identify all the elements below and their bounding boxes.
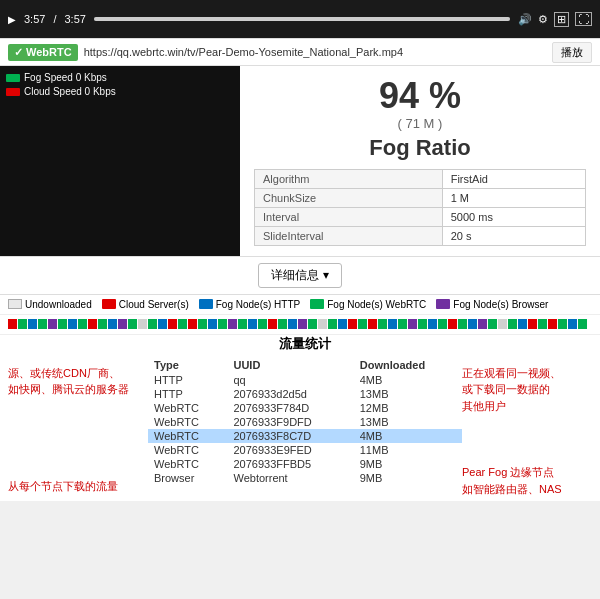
chunk-item: [408, 319, 417, 329]
flow-cell-type: Browser: [148, 471, 227, 485]
video-area: Fog Speed 0 Kbps Cloud Speed 0 Kbps: [0, 66, 240, 256]
chunksize-value: 1 M: [442, 188, 585, 207]
fog-ratio-title: Fog Ratio: [254, 135, 586, 161]
chunk-item: [28, 319, 37, 329]
webrtc-badge-label: ✓ WebRTC: [14, 46, 72, 59]
legend-fog-webrtc: Fog Node(s) WebRTC: [310, 299, 426, 310]
stats-row-interval: Interval 5000 ms: [255, 207, 586, 226]
fullscreen-icon[interactable]: ⛶: [575, 12, 592, 26]
interval-value: 5000 ms: [442, 207, 585, 226]
chunk-item: [378, 319, 387, 329]
chunk-item: [258, 319, 267, 329]
legend-cloud: Cloud Server(s): [102, 299, 189, 310]
col-type: Type: [148, 357, 227, 373]
chunk-bars: [0, 315, 600, 335]
flow-cell-uuid: qq: [227, 373, 353, 387]
chunk-item: [448, 319, 457, 329]
volume-icon[interactable]: 🔊: [518, 13, 532, 26]
flow-cell-type: WebRTC: [148, 401, 227, 415]
percentage-display: 94 %: [254, 76, 586, 116]
flow-cell-downloaded: 9MB: [354, 457, 462, 471]
total-time: 3:57: [64, 13, 85, 25]
flow-cell-type: HTTP: [148, 387, 227, 401]
fog-http-label: Fog Node(s) HTTP: [216, 299, 300, 310]
chunk-item: [508, 319, 517, 329]
flow-table-row: WebRTC2076933F8C7D4MB: [148, 429, 462, 443]
flow-cell-uuid: 2076933FFBD5: [227, 457, 353, 471]
chunk-item: [208, 319, 217, 329]
chunk-item: [478, 319, 487, 329]
chunk-item: [368, 319, 377, 329]
flow-table-row: WebRTC2076933E9FED11MB: [148, 443, 462, 457]
chunk-item: [248, 319, 257, 329]
flow-cell-uuid: 2076933d2d5d: [227, 387, 353, 401]
chunk-item: [348, 319, 357, 329]
cloud-label: Cloud Server(s): [119, 299, 189, 310]
chunk-item: [8, 319, 17, 329]
chunk-item: [578, 319, 587, 329]
chunk-item: [278, 319, 287, 329]
chunk-item: [228, 319, 237, 329]
chunk-item: [288, 319, 297, 329]
flow-cell-type: WebRTC: [148, 457, 227, 471]
annotation-left: 源、或传统CDN厂商、如快网、腾讯云的服务器 从每个节点下载的流量: [8, 335, 148, 498]
chunk-item: [128, 319, 137, 329]
flow-table-row: WebRTC2076933F9DFD13MB: [148, 415, 462, 429]
chunk-item: [138, 319, 147, 329]
main-content: Fog Speed 0 Kbps Cloud Speed 0 Kbps 94 %…: [0, 66, 600, 257]
chunk-item: [458, 319, 467, 329]
stats-table: Algorithm FirstAid ChunkSize 1 M Interva…: [254, 169, 586, 246]
fog-webrtc-swatch: [310, 299, 324, 309]
flow-cell-downloaded: 9MB: [354, 471, 462, 485]
flow-cell-downloaded: 11MB: [354, 443, 462, 457]
col-uuid: UUID: [227, 357, 353, 373]
legend-fog-browser: Fog Node(s) Browser: [436, 299, 548, 310]
cloud-speed-color: [6, 88, 20, 96]
flow-cell-downloaded: 12MB: [354, 401, 462, 415]
stats-row-slideinterval: SlideInterval 20 s: [255, 226, 586, 245]
play-icon[interactable]: ▶: [8, 14, 16, 25]
url-bar: ✓ WebRTC https://qq.webrtc.win/tv/Pear-D…: [0, 38, 600, 66]
flow-cell-type: WebRTC: [148, 429, 227, 443]
settings-icon[interactable]: ⚙: [538, 13, 548, 26]
flow-table: Type UUID Downloaded HTTPqq4MBHTTP207693…: [148, 357, 462, 485]
annotation-right: 正在观看同一视频、或下载同一数据的其他用户 Pear Fog 边缘节点如智能路由…: [462, 335, 592, 498]
chunk-item: [318, 319, 327, 329]
fog-speed-label: Fog Speed 0 Kbps: [24, 72, 107, 83]
chunk-item: [488, 319, 497, 329]
ann-top-left-text: 源、或传统CDN厂商、如快网、腾讯云的服务器: [8, 365, 148, 398]
chunk-item: [118, 319, 127, 329]
chunk-item: [558, 319, 567, 329]
flow-cell-type: WebRTC: [148, 443, 227, 457]
chunk-item: [88, 319, 97, 329]
play-url-button[interactable]: 播放: [552, 42, 592, 63]
algorithm-key: Algorithm: [255, 169, 443, 188]
chunk-item: [358, 319, 367, 329]
progress-bar[interactable]: [94, 17, 510, 21]
chunk-item: [548, 319, 557, 329]
chunk-item: [38, 319, 47, 329]
flow-table-row: HTTP2076933d2d5d13MB: [148, 387, 462, 401]
chunk-item: [168, 319, 177, 329]
pip-icon[interactable]: ⊞: [554, 12, 569, 27]
stats-row-chunksize: ChunkSize 1 M: [255, 188, 586, 207]
flow-cell-downloaded: 4MB: [354, 373, 462, 387]
chunk-item: [298, 319, 307, 329]
slideinterval-value: 20 s: [442, 226, 585, 245]
chunk-item: [78, 319, 87, 329]
chunk-item: [148, 319, 157, 329]
legend-undownloaded: Undownloaded: [8, 299, 92, 310]
flow-cell-downloaded: 13MB: [354, 415, 462, 429]
progress-fill: [94, 17, 510, 21]
fog-speed-color: [6, 74, 20, 82]
chunk-item: [18, 319, 27, 329]
chunksize-key: ChunkSize: [255, 188, 443, 207]
chunk-item: [428, 319, 437, 329]
chunk-item: [568, 319, 577, 329]
flow-table-header: Type UUID Downloaded: [148, 357, 462, 373]
ann-top-right-text: 正在观看同一视频、或下载同一数据的其他用户: [462, 365, 592, 415]
chunk-item: [268, 319, 277, 329]
ann-bottom-right-text: Pear Fog 边缘节点如智能路由器、NAS: [462, 464, 592, 497]
details-button[interactable]: 详细信息 ▾: [258, 263, 341, 288]
chunk-item: [218, 319, 227, 329]
